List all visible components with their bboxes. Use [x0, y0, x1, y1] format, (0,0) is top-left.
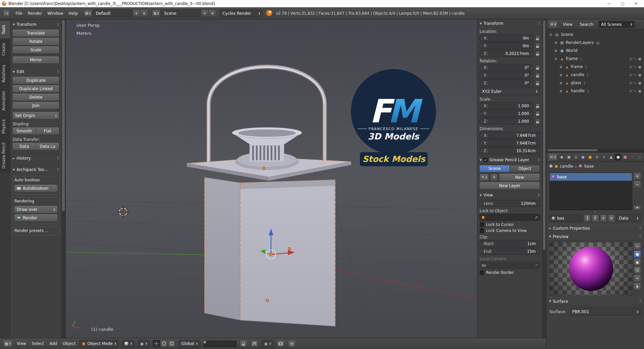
delete-screen-button[interactable]: ×	[141, 9, 148, 17]
increment-arrow[interactable]: ›	[531, 35, 532, 41]
lock-toggle-button[interactable]	[535, 66, 540, 70]
edit-tool-button[interactable]: Duplicate	[12, 76, 59, 84]
material-slot-row[interactable]: base	[550, 173, 632, 181]
set-origin-dropdown[interactable]: Set Origin▲▼	[12, 112, 59, 119]
snap-element-dropdown[interactable]: ▦ ▲▼	[262, 340, 274, 348]
gp-object-tab[interactable]: Object	[510, 165, 540, 172]
add-slot-button[interactable]: +	[634, 173, 641, 180]
manipulator-rotate-button[interactable]	[160, 340, 168, 347]
view-panel-header[interactable]: ▼View⠿	[479, 192, 540, 199]
layer-8-toggle[interactable]	[227, 341, 230, 344]
panel-grip-icon[interactable]: ⠿	[57, 23, 59, 26]
outliner-scrollbar[interactable]	[546, 149, 644, 152]
data-layout-button[interactable]: Data La	[36, 142, 60, 150]
edit-tool-button[interactable]: Duplicate Linked	[12, 85, 59, 93]
layer-14-toggle[interactable]	[213, 344, 216, 347]
lock-to-object-field[interactable]: ✎	[479, 214, 540, 221]
remove-slot-button[interactable]: −	[634, 181, 641, 188]
lock-toggle-button[interactable]	[535, 112, 540, 116]
expander-icon[interactable]: ⊕	[558, 89, 563, 93]
viewport-menu-item[interactable]: View	[16, 341, 27, 347]
dimension-field[interactable]: ‹ Y: 7.6487cm ›	[479, 139, 540, 147]
lock-toggle-button[interactable]	[535, 44, 540, 48]
layer-7-toggle[interactable]	[223, 341, 226, 344]
outliner-display-dropdown[interactable]: All Scenes ▲▼	[598, 21, 635, 28]
increment-arrow[interactable]: ›	[531, 110, 532, 117]
render-anim-button[interactable]: ▤	[288, 340, 296, 347]
shelf-tab[interactable]: Create	[0, 39, 10, 60]
layer-12-toggle[interactable]	[207, 344, 210, 347]
panel-grip-icon[interactable]: ⠿	[538, 158, 540, 162]
decrement-arrow[interactable]: ‹	[481, 140, 482, 146]
outliner-row[interactable]: ⊕ candle | ▤ ⊙ ↖ ▣	[546, 71, 644, 79]
preview-flat[interactable]: ▭	[634, 242, 641, 250]
add-screen-button[interactable]: +	[133, 9, 141, 17]
decrement-arrow[interactable]: ‹	[481, 72, 482, 78]
slot-specials-button[interactable]: ▼	[634, 206, 641, 210]
tab-material[interactable]: ●	[615, 154, 621, 161]
lock-toggle-button[interactable]	[535, 104, 540, 108]
preview-cube[interactable]: ◼	[634, 258, 641, 266]
archipack-panel-header[interactable]: ▼Archipack Too...⠿	[12, 166, 59, 174]
location-field[interactable]: ‹ Y: 0m ›	[479, 42, 533, 49]
tab-modifiers[interactable]: +	[601, 154, 607, 161]
panel-grip-icon[interactable]: ⠿	[639, 235, 641, 238]
increment-arrow[interactable]: ›	[537, 140, 539, 146]
users-count-button[interactable]: 3	[584, 215, 591, 222]
expander-icon[interactable]: ⊕	[558, 65, 563, 69]
expander-icon[interactable]: ⊕	[558, 81, 563, 85]
decrement-arrow[interactable]: ‹	[481, 35, 482, 41]
rotation-field[interactable]: ‹ Z: 0° ›	[479, 79, 533, 86]
preview-world[interactable]: ◗	[634, 283, 641, 290]
selectability-pointer-icon[interactable]: ↖	[634, 81, 636, 85]
fake-user-button[interactable]: F	[592, 215, 599, 222]
visibility-eye-icon[interactable]: ⊙	[629, 65, 632, 69]
scale-field[interactable]: ‹ Y: 1.000 ›	[479, 110, 533, 117]
decrement-arrow[interactable]: ‹	[481, 80, 482, 86]
decrement-arrow[interactable]: ‹	[481, 110, 482, 117]
decrement-arrow[interactable]: ‹	[481, 43, 482, 49]
datablock-link-dropdown[interactable]: Data ▲▼	[616, 214, 641, 222]
grease-pencil-header[interactable]: ▼ ✓ Grease Pencil Layer ⠿	[479, 157, 540, 164]
screen-browse-button[interactable]: ▦▲▼	[83, 9, 93, 17]
material-name-field[interactable]: bas	[549, 215, 583, 222]
transform-properties-header[interactable]: ▼Transform⠿	[479, 20, 540, 27]
visibility-eye-icon[interactable]: ⊙	[629, 73, 632, 77]
shelf-tab[interactable]: Grease Pencil	[0, 138, 10, 173]
layer-10-toggle[interactable]	[233, 341, 236, 344]
increment-arrow[interactable]: ›	[531, 103, 532, 109]
surface-shader-dropdown[interactable]: PBR.001 ▲▼	[570, 308, 641, 315]
manipulator-translate-button[interactable]	[153, 340, 160, 347]
increment-arrow[interactable]: ›	[531, 43, 532, 49]
scale-field[interactable]: ‹ Z: 1.000 ›	[479, 118, 533, 125]
menu-item[interactable]: Render	[25, 10, 44, 17]
eyedropper-icon[interactable]: ✎	[534, 264, 538, 267]
decrement-arrow[interactable]: ‹	[481, 103, 482, 109]
history-panel-header[interactable]: ►History⠿	[12, 155, 59, 162]
data-button[interactable]: Data	[12, 142, 36, 150]
rotation-mode-dropdown[interactable]: XYZ Euler▲▼	[479, 88, 540, 95]
lock-camera-checkbox[interactable]: Lock Camera to View	[480, 228, 540, 233]
shade-smooth-button[interactable]: Smooth	[12, 127, 36, 135]
info-editor-type-button[interactable]: i ▲▼	[3, 10, 10, 17]
dimension-field[interactable]: ‹ Z: 10.314cm ›	[479, 147, 540, 154]
scene-lock-button[interactable]	[239, 340, 248, 347]
selectability-pointer-icon[interactable]: ↖	[634, 89, 636, 93]
decrement-arrow[interactable]: ‹	[481, 240, 482, 247]
layer-15-toggle[interactable]	[217, 344, 220, 347]
local-camera-field[interactable]: ✎	[479, 262, 540, 269]
render-still-button[interactable]	[277, 340, 285, 347]
edit-tool-button[interactable]: Join	[12, 102, 59, 109]
outliner-row[interactable]: ⊕ handle | ▤ ⊙ ↖ ▣	[546, 87, 644, 95]
scene-browse-button[interactable]: ▦▲▼	[152, 9, 161, 17]
decrement-arrow[interactable]: ‹	[481, 132, 482, 138]
outliner-row[interactable]: ⊕ World | ▤ ⊙ ↖ ▣	[546, 47, 644, 55]
decrement-arrow[interactable]: ‹	[481, 148, 482, 154]
layer-9-toggle[interactable]	[230, 341, 233, 344]
pivot-point-dropdown[interactable]: ◉ ▲▼	[138, 340, 150, 348]
renderlayers-badge-icon[interactable]: ▤	[596, 41, 599, 45]
lock-toggle-button[interactable]	[535, 119, 540, 123]
material-browse-icon[interactable]	[549, 165, 553, 168]
gp-scene-tab[interactable]: Scene	[479, 165, 510, 172]
layer-1-toggle[interactable]	[203, 341, 206, 344]
